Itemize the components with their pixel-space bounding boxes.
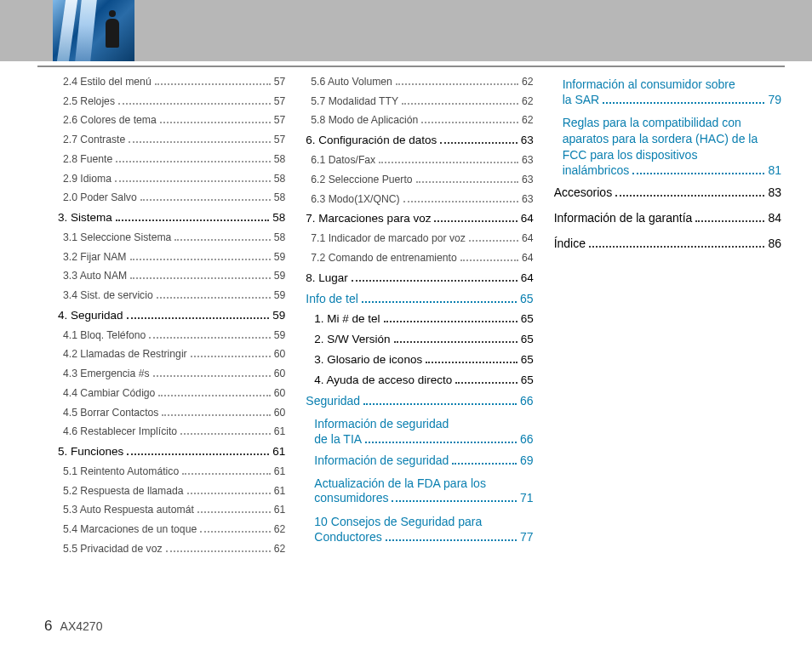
- toc-dots: [191, 349, 271, 357]
- toc-entry: 2.0 Poder Salvo58: [58, 192, 285, 202]
- toc-page: 64: [521, 272, 534, 284]
- toc-entry: 10 Consejos de Seguridad paraConductores…: [306, 514, 533, 544]
- toc-dots: [396, 77, 518, 85]
- toc-dots: [166, 544, 271, 552]
- toc-page: 81: [768, 163, 781, 177]
- header-band: [0, 0, 812, 61]
- toc-page: 58: [274, 192, 286, 202]
- toc-dots: [116, 154, 270, 162]
- toc-entry: 6. Configuración de datos63: [306, 134, 533, 146]
- toc-entry: 5.7 Modalidad TTY62: [306, 96, 533, 106]
- toc-dots: [130, 271, 271, 279]
- toc-label: 7.1 Indicador de marcado por voz: [306, 233, 466, 243]
- toc-dots: [460, 253, 518, 261]
- toc-dots: [149, 330, 270, 339]
- toc-label: 3. Sistema: [58, 212, 112, 224]
- toc-label: consumidores: [306, 491, 388, 505]
- toc-entry: 5. Funciones61: [58, 446, 285, 458]
- toc-dots: [162, 408, 270, 416]
- toc-label: Seguridad: [306, 395, 360, 407]
- toc-page: 62: [274, 544, 286, 554]
- toc-column-2: 5.6 Auto Volumen625.7 Modalidad TTY625.8…: [306, 77, 533, 562]
- toc-label: Índice: [554, 237, 586, 249]
- toc-dots: [402, 96, 518, 105]
- toc-entry: 3. Glosario de iconos65: [306, 354, 533, 366]
- toc-label: la SAR: [554, 93, 600, 106]
- toc-entry: 5.4 Marcaciones de un toque62: [58, 524, 285, 534]
- toc-page: 83: [768, 186, 781, 198]
- toc-dots: [174, 232, 270, 241]
- toc-label: 4.4 Cambiar Código: [58, 388, 155, 398]
- toc-dots: [615, 188, 764, 197]
- toc-entry: 5.3 Auto Respuesta automát61: [58, 505, 285, 515]
- toc-entry: 2.5 Relojes57: [58, 96, 285, 106]
- toc-dots: [589, 239, 764, 248]
- toc-dots: [160, 115, 271, 123]
- toc-page: 77: [520, 530, 534, 544]
- toc-label: 4.3 Emergencia #s: [58, 368, 150, 379]
- toc-page: 59: [274, 252, 286, 262]
- toc-page: 59: [274, 290, 286, 300]
- toc-dots: [352, 273, 518, 282]
- toc-page: 57: [274, 77, 286, 87]
- toc-dots: [379, 155, 518, 163]
- toc-entry: 2.8 Fuente58: [58, 154, 285, 164]
- toc-page: 57: [274, 115, 286, 125]
- toc-dots: [452, 456, 517, 465]
- toc-page: 62: [274, 524, 286, 534]
- toc-dots: [130, 252, 271, 260]
- header-decorative-image: [53, 0, 134, 61]
- model-number: AX4270: [60, 619, 103, 633]
- toc-entry: 1. Mi # de tel65: [306, 313, 533, 325]
- toc-entry: 5.8 Modo de Aplicación62: [306, 115, 533, 125]
- toc-dots: [426, 355, 517, 363]
- toc-label: Información de la garantía: [554, 212, 693, 224]
- toc-label: 5.5 Privacidad de voz: [58, 544, 163, 554]
- toc-label: 8. Lugar: [306, 272, 348, 284]
- toc-entry: 8. Lugar64: [306, 272, 533, 284]
- toc-label: Info de tel: [306, 293, 358, 305]
- toc-label-preline: Información de seguridad: [306, 416, 533, 432]
- toc-entry: Seguridad66: [306, 395, 533, 407]
- toc-page: 65: [521, 374, 534, 386]
- toc-page: 66: [520, 395, 534, 407]
- toc-page: 69: [520, 454, 534, 466]
- toc-entry: 2.4 Estilo del menú57: [58, 77, 285, 87]
- toc-page: 60: [274, 388, 286, 398]
- toc-entry: 4.2 Llamadas de Restringir60: [58, 349, 285, 359]
- toc-label: 7. Marcaciones para voz: [306, 213, 431, 225]
- toc-page: 63: [522, 194, 534, 204]
- toc-dots: [158, 388, 270, 396]
- toc-label: 2.7 Contraste: [58, 134, 125, 145]
- toc-label: 2.8 Fuente: [58, 154, 112, 164]
- toc-page: 58: [274, 154, 286, 164]
- toc-label: Información de seguridad: [306, 454, 449, 466]
- toc-page: 62: [522, 77, 534, 87]
- toc-page: 66: [520, 432, 534, 446]
- toc-label: 2.5 Relojes: [58, 96, 115, 106]
- toc-label: 6.1 Datos/Fax: [306, 155, 375, 165]
- toc-dots: [455, 375, 517, 384]
- toc-dots: [440, 135, 517, 144]
- toc-entry: 3. Sistema58: [58, 212, 285, 224]
- toc-page: 64: [522, 253, 534, 263]
- toc-page: 71: [520, 491, 534, 505]
- toc-page: 64: [521, 213, 534, 225]
- toc-entry: 4. Ayuda de acceso directo65: [306, 374, 533, 386]
- toc-label: 1. Mi # de tel: [306, 313, 380, 325]
- toc-label-preline: Actualización de la FDA para los: [306, 476, 533, 492]
- toc-dots: [434, 214, 517, 222]
- toc-entry: 4.1 Bloq. Teléfono59: [58, 330, 285, 340]
- toc-dots: [153, 368, 271, 377]
- toc-entry: 4.5 Borrar Contactos60: [58, 408, 285, 418]
- toc-entry: Reglas para la compatibilidad con aparat…: [554, 115, 781, 177]
- toc-entry: 6.2 Seleccione Puerto63: [306, 174, 533, 185]
- toc-page: 64: [522, 233, 534, 243]
- toc-page: 61: [274, 505, 286, 515]
- toc-entry: 7.2 Comando de entrenamiento64: [306, 253, 533, 263]
- page-number: 6: [44, 618, 52, 634]
- toc-dots: [392, 492, 517, 503]
- toc-label: 2.9 Idioma: [58, 174, 112, 184]
- toc-dots: [362, 294, 517, 303]
- toc-page: 62: [522, 96, 534, 106]
